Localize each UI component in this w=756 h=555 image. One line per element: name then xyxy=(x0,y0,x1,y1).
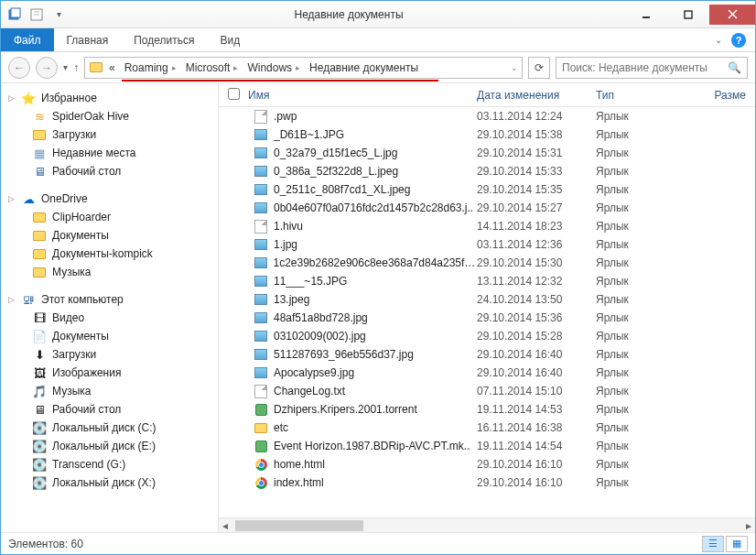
details-view-button[interactable]: ☰ xyxy=(702,536,724,552)
col-date[interactable]: Дата изменения xyxy=(477,89,596,102)
folder-icon xyxy=(32,246,47,261)
nav-item[interactable]: Музыка xyxy=(1,263,218,281)
file-type: Ярлык xyxy=(596,293,675,306)
nav-item[interactable]: 🖼Изображения xyxy=(1,364,218,382)
folder-icon xyxy=(89,60,103,75)
nav-item[interactable]: 💽Локальный диск (C:) xyxy=(1,419,218,437)
nav-item[interactable]: 💽Локальный диск (X:) xyxy=(1,473,218,492)
table-row[interactable]: 511287693_96eb556d37.jpg29.10.2014 16:40… xyxy=(219,345,755,364)
ribbon-expand-icon[interactable]: ⌄ xyxy=(715,35,722,45)
drive-icon: 🖼 xyxy=(32,365,47,380)
qat-dropdown-icon[interactable]: ▾ xyxy=(49,5,69,25)
new-folder-icon[interactable] xyxy=(27,5,47,25)
nav-thispc[interactable]: ▷🖳Этот компьютер xyxy=(1,290,218,309)
nav-item[interactable]: Документы-kompick xyxy=(1,245,218,263)
breadcrumb-seg[interactable]: Недавние документы xyxy=(306,61,422,74)
file-type: Ярлык xyxy=(596,403,675,416)
tab-share[interactable]: Поделиться xyxy=(121,28,207,51)
table-row[interactable]: 0b04e607f0a0716fdc2d1457b2c28d63.j..29.1… xyxy=(219,199,755,217)
tab-file[interactable]: Файл xyxy=(1,28,54,51)
icons-view-button[interactable]: ▦ xyxy=(726,536,748,552)
navigation-pane[interactable]: ▷⭐Избранное ≋SpiderOak Hive Загрузки ▦Не… xyxy=(1,83,219,532)
table-row[interactable]: etc16.11.2014 16:38Ярлык xyxy=(219,419,755,437)
file-date: 29.10.2014 15:28 xyxy=(477,330,596,343)
table-row[interactable]: Apocalypse9.jpg29.10.2014 16:40Ярлык xyxy=(219,364,755,382)
nav-item[interactable]: 💽Локальный диск (E:) xyxy=(1,437,218,455)
table-row[interactable]: ChangeLog.txt07.11.2014 15:10Ярлык xyxy=(219,382,755,400)
tab-view[interactable]: Вид xyxy=(207,28,253,51)
breadcrumb-seg[interactable]: Roaming ▸ xyxy=(121,61,180,74)
table-row[interactable]: 0_32a79_d15f1ec5_L.jpg29.10.2014 15:31Яр… xyxy=(219,144,755,162)
nav-item[interactable]: 🎵Музыка xyxy=(1,382,218,400)
horizontal-scrollbar[interactable]: ◂▸ xyxy=(219,517,755,532)
recent-locations-icon[interactable]: ▾ xyxy=(63,62,68,72)
nav-item[interactable]: 💽Transcend (G:) xyxy=(1,455,218,473)
table-row[interactable]: home.html29.10.2014 16:10Ярлык xyxy=(219,455,755,473)
file-name: index.html xyxy=(274,476,324,489)
file-icon xyxy=(254,420,268,435)
tab-home[interactable]: Главная xyxy=(54,28,122,51)
breadcrumb[interactable]: « Roaming ▸ Microsoft ▸ Windows ▸ Недавн… xyxy=(84,57,523,79)
table-row[interactable]: 03102009(002).jpg29.10.2014 15:28Ярлык xyxy=(219,327,755,345)
file-type: Ярлык xyxy=(596,476,675,489)
nav-item[interactable]: Загрузки xyxy=(1,125,218,144)
table-row[interactable]: 0_386a_52f322d8_L.jpeg29.10.2014 15:33Яр… xyxy=(219,162,755,180)
table-row[interactable]: 13.jpeg24.10.2014 13:50Ярлык xyxy=(219,290,755,309)
table-row[interactable]: index.html29.10.2014 16:10Ярлык xyxy=(219,473,755,492)
nav-item[interactable]: ClipHoarder xyxy=(1,208,218,226)
nav-item[interactable]: ⬇Загрузки xyxy=(1,345,218,364)
table-row[interactable]: _D61B~1.JPG29.10.2014 15:38Ярлык xyxy=(219,125,755,144)
col-type[interactable]: Тип xyxy=(596,89,675,102)
close-button[interactable] xyxy=(709,5,755,25)
drive-icon: 💽 xyxy=(32,475,47,490)
col-name[interactable]: Имя xyxy=(248,89,477,102)
up-button[interactable]: ↑ xyxy=(73,61,79,74)
search-input[interactable] xyxy=(562,61,722,74)
table-row[interactable]: 1.hivu14.11.2014 18:23Ярлык xyxy=(219,217,755,235)
back-button[interactable]: ← xyxy=(8,57,30,79)
select-all-checkbox[interactable] xyxy=(228,88,240,100)
properties-icon[interactable] xyxy=(5,5,25,25)
nav-item[interactable]: 🎞Видео xyxy=(1,309,218,327)
drive-icon: ⬇ xyxy=(32,347,47,362)
nav-item[interactable]: ≋SpiderOak Hive xyxy=(1,107,218,125)
file-name: 1.jpg xyxy=(274,238,297,251)
search-box[interactable]: 🔍 xyxy=(556,57,748,79)
table-row[interactable]: 1c2e39b2682e906c8ee368a7d84a235f_f..29.1… xyxy=(219,254,755,272)
col-size[interactable]: Разме xyxy=(675,89,755,102)
nav-item[interactable]: 🖥Рабочий стол xyxy=(1,162,218,180)
nav-item[interactable]: Документы xyxy=(1,226,218,245)
refresh-button[interactable]: ⟳ xyxy=(528,57,550,79)
table-row[interactable]: 11___~15.JPG13.11.2014 12:32Ярлык xyxy=(219,272,755,290)
file-icon xyxy=(254,237,268,252)
file-type: Ярлык xyxy=(596,421,675,434)
help-icon[interactable]: ? xyxy=(731,33,746,48)
breadcrumb-seg[interactable]: Microsoft ▸ xyxy=(182,61,243,74)
search-icon[interactable]: 🔍 xyxy=(728,61,741,74)
table-row[interactable]: 1.jpg03.11.2014 12:36Ярлык xyxy=(219,235,755,254)
file-name: 0b04e607f0a0716fdc2d1457b2c28d63.j.. xyxy=(274,201,473,214)
drive-icon: 💽 xyxy=(32,457,47,472)
table-row[interactable]: Event Horizon.1987.BDRip-AVC.PT.mk..19.1… xyxy=(219,437,755,455)
file-name: Apocalypse9.jpg xyxy=(274,366,354,379)
table-row[interactable]: 0_2511c_808f7cd1_XL.jpeg29.10.2014 15:35… xyxy=(219,180,755,199)
minimize-button[interactable] xyxy=(625,5,667,25)
nav-item[interactable]: 📄Документы xyxy=(1,327,218,345)
nav-favorites[interactable]: ▷⭐Избранное xyxy=(1,89,218,107)
maximize-button[interactable] xyxy=(667,5,709,25)
breadcrumb-overflow[interactable]: « xyxy=(105,61,119,74)
file-type: Ярлык xyxy=(596,147,675,159)
breadcrumb-seg[interactable]: Windows ▸ xyxy=(243,61,304,74)
file-rows[interactable]: .pwp03.11.2014 12:24Ярлык_D61B~1.JPG29.1… xyxy=(219,107,755,517)
nav-item[interactable]: ▦Недавние места xyxy=(1,144,218,162)
file-name: Event Horizon.1987.BDRip-AVC.PT.mk.. xyxy=(274,440,470,452)
forward-button[interactable]: → xyxy=(36,57,58,79)
nav-item[interactable]: 🖥Рабочий стол xyxy=(1,400,218,419)
table-row[interactable]: 48af51a8bd728.jpg29.10.2014 15:36Ярлык xyxy=(219,309,755,327)
table-row[interactable]: Dzhipers.Kripers.2001.torrent19.11.2014 … xyxy=(219,400,755,419)
table-row[interactable]: .pwp03.11.2014 12:24Ярлык xyxy=(219,107,755,125)
file-icon xyxy=(254,146,268,160)
nav-onedrive[interactable]: ▷☁OneDrive xyxy=(1,190,218,208)
file-icon xyxy=(254,219,268,234)
breadcrumb-dropdown-icon[interactable]: ⌄ xyxy=(511,63,518,72)
